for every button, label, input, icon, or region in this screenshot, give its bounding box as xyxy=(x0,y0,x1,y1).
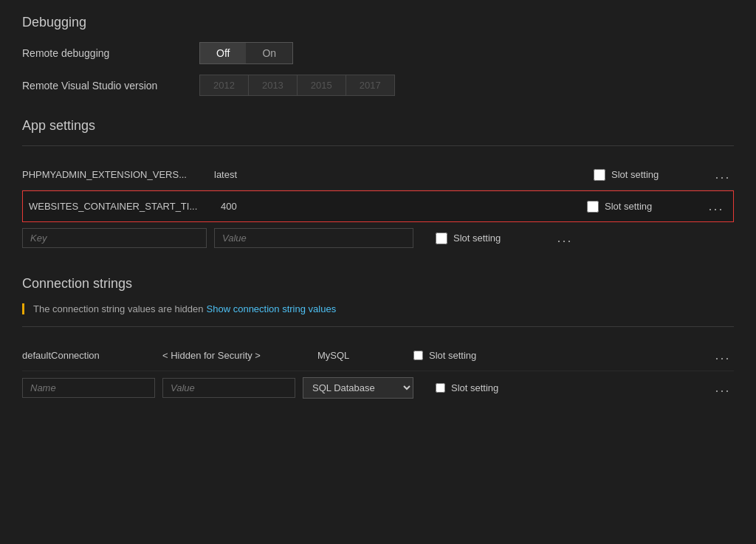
table-row: PHPMYADMIN_EXTENSION_VERS... latest Slot… xyxy=(22,159,734,190)
conn-slot-label: Slot setting xyxy=(429,350,476,361)
remote-vs-row: Remote Visual Studio version 2012 2013 2… xyxy=(22,75,734,96)
connection-notice-text: The connection string values are hidden xyxy=(33,303,204,314)
toggle-on-button[interactable]: On xyxy=(246,43,292,63)
slot-setting-checkbox[interactable] xyxy=(587,201,599,213)
vs-2012-button[interactable]: 2012 xyxy=(199,75,248,96)
conn-value: < Hidden for Security > xyxy=(162,350,317,361)
new-slot-setting-checkbox[interactable] xyxy=(436,233,447,244)
vs-version-group[interactable]: 2012 2013 2015 2017 xyxy=(199,75,395,96)
new-connection-row: SQL Database MySQL SQLite PostgreSQL Cus… xyxy=(22,371,734,404)
conn-divider xyxy=(22,326,734,327)
new-slot-setting-label: Slot setting xyxy=(453,233,501,244)
app-settings-title: App settings xyxy=(22,118,734,134)
new-key-input[interactable] xyxy=(22,228,207,248)
app-settings-divider xyxy=(22,145,734,146)
debugging-title: Debugging xyxy=(22,15,734,30)
remote-debugging-row: Remote debugging Off On xyxy=(22,42,734,64)
conn-more-options-button[interactable]: ... xyxy=(712,348,734,363)
new-conn-slot-checkbox[interactable] xyxy=(436,383,445,393)
new-conn-value-input[interactable] xyxy=(162,378,295,398)
conn-type-select[interactable]: SQL Database MySQL SQLite PostgreSQL Cus… xyxy=(303,377,413,399)
slot-setting-col: Slot setting xyxy=(587,201,705,213)
more-options-button[interactable]: ... xyxy=(705,199,727,214)
conn-slot-col: Slot setting xyxy=(413,350,712,361)
show-connection-values-link[interactable]: Show connection string values xyxy=(207,303,337,314)
slot-setting-checkbox[interactable] xyxy=(594,169,605,181)
app-settings-section: App settings PHPMYADMIN_EXTENSION_VERS..… xyxy=(22,118,734,254)
more-options-button[interactable]: ... xyxy=(712,167,734,182)
toggle-off-button[interactable]: Off xyxy=(200,43,246,63)
conn-slot-checkbox[interactable] xyxy=(413,351,423,360)
connection-strings-title: Connection strings xyxy=(22,276,734,292)
row-key: WEBSITES_CONTAINER_START_TI... xyxy=(29,201,221,212)
app-settings-table: PHPMYADMIN_EXTENSION_VERS... latest Slot… xyxy=(22,159,734,254)
slot-setting-col: Slot setting xyxy=(594,169,712,181)
new-app-setting-row: Slot setting ... xyxy=(22,222,734,254)
remote-debugging-toggle[interactable]: Off On xyxy=(199,42,293,64)
row-value: 400 xyxy=(221,201,587,212)
vs-2015-button[interactable]: 2015 xyxy=(297,75,346,96)
slot-setting-label: Slot setting xyxy=(611,169,659,180)
new-more-options-button[interactable]: ... xyxy=(554,230,576,246)
remote-debugging-label: Remote debugging xyxy=(22,47,199,59)
remote-vs-label: Remote Visual Studio version xyxy=(22,80,199,92)
new-conn-name-input[interactable] xyxy=(22,378,155,398)
new-value-input[interactable] xyxy=(214,228,413,248)
table-row-highlighted: WEBSITES_CONTAINER_START_TI... 400 Slot … xyxy=(22,190,734,222)
slot-setting-label: Slot setting xyxy=(605,201,652,212)
connection-row: defaultConnection < Hidden for Security … xyxy=(22,340,734,371)
new-conn-slot-label: Slot setting xyxy=(451,382,498,393)
debugging-section: Debugging Remote debugging Off On Remote… xyxy=(22,15,734,96)
new-conn-slot-col: Slot setting xyxy=(436,382,712,393)
conn-type: MySQL xyxy=(317,350,413,361)
vs-2017-button[interactable]: 2017 xyxy=(346,75,395,96)
vs-2013-button[interactable]: 2013 xyxy=(248,75,297,96)
connection-notice: The connection string values are hidden … xyxy=(22,303,734,314)
row-value: latest xyxy=(214,169,594,180)
conn-name: defaultConnection xyxy=(22,350,162,361)
row-key: PHPMYADMIN_EXTENSION_VERS... xyxy=(22,169,214,180)
new-conn-more-options-button[interactable]: ... xyxy=(712,380,734,396)
new-slot-setting-col: Slot setting xyxy=(436,233,554,244)
connection-strings-section: Connection strings The connection string… xyxy=(22,276,734,404)
